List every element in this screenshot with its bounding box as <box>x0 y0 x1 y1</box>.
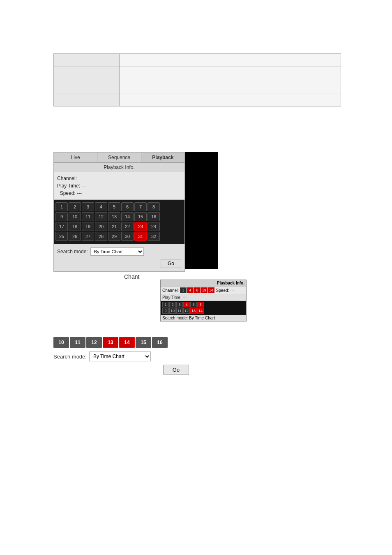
bottom-go-button[interactable]: Go <box>163 365 189 375</box>
channel-btn-5[interactable]: 5 <box>108 202 120 211</box>
channel-btn-1[interactable]: 1 <box>55 202 68 211</box>
small-g-14[interactable]: 14 <box>197 308 204 314</box>
small-playback-panel: Playback Info. Channel: 1 4 6 19 14 Spee… <box>160 280 247 321</box>
chant-label: Chant <box>124 273 139 280</box>
channel-btn-32[interactable]: 32 <box>148 232 160 241</box>
top-table-container <box>53 53 341 106</box>
channel-btn-22[interactable]: 22 <box>121 222 134 231</box>
go-button[interactable]: Go <box>161 259 181 268</box>
channel-row-4: 25 26 27 28 29 30 31 32 <box>55 232 183 241</box>
channel-btn-21[interactable]: 21 <box>108 222 120 231</box>
table-cell-value <box>120 54 341 67</box>
small-grid-row-2: 9 10 11 12 13 14 <box>162 308 244 314</box>
bottom-go-row: Go <box>53 363 189 377</box>
go-row: Go <box>54 257 184 271</box>
small-g-4[interactable]: 4 <box>183 302 190 308</box>
table-cell-value <box>120 93 341 106</box>
small-panel-header: Playback Info. <box>161 280 246 287</box>
bottom-ch-12[interactable]: 12 <box>86 337 102 348</box>
small-g-11[interactable]: 11 <box>176 308 183 314</box>
small-panel-channel-row: Channel: 1 4 6 19 14 Speed: --- <box>161 287 246 294</box>
channel-btn-20[interactable]: 20 <box>95 222 107 231</box>
channel-btn-29[interactable]: 29 <box>108 232 120 241</box>
small-g-1[interactable]: 1 <box>162 302 169 308</box>
channel-row-1: 1 2 3 4 5 6 7 8 <box>55 202 183 211</box>
small-g-6[interactable]: 6 <box>197 302 204 308</box>
bottom-ch-11[interactable]: 11 <box>70 337 85 348</box>
small-g-13[interactable]: 13 <box>190 308 197 314</box>
bottom-ch-16[interactable]: 16 <box>152 337 168 348</box>
table-cell-label <box>54 93 120 106</box>
channel-btn-17[interactable]: 17 <box>55 222 68 231</box>
channel-row-2: 9 10 11 12 13 14 15 16 <box>55 212 183 221</box>
small-g-2[interactable]: 2 <box>169 302 176 308</box>
channel-btn-6[interactable]: 6 <box>121 202 134 211</box>
small-panel-grid: 1 2 3 4 5 6 9 10 11 12 13 14 <box>161 301 246 315</box>
channel-btn-18[interactable]: 18 <box>69 222 81 231</box>
channel-btn-25[interactable]: 25 <box>55 232 68 241</box>
small-g-9[interactable]: 9 <box>162 308 169 314</box>
channel-btn-23[interactable]: 23 <box>134 222 147 231</box>
channel-grid: 1 2 3 4 5 6 7 8 9 10 11 12 13 14 15 16 1… <box>54 200 184 244</box>
channel-btn-7[interactable]: 7 <box>134 202 147 211</box>
small-ch-19[interactable]: 19 <box>201 287 208 293</box>
small-g-10[interactable]: 10 <box>169 308 176 314</box>
small-ch-1[interactable]: 1 <box>180 287 187 293</box>
table-cell-label <box>54 80 120 93</box>
channel-btn-12[interactable]: 12 <box>95 212 107 221</box>
channel-btn-30[interactable]: 30 <box>121 232 134 241</box>
bottom-ch-15[interactable]: 15 <box>136 337 151 348</box>
table-row <box>54 80 341 93</box>
bottom-search-row: Search mode: By Time Chart By Event By F… <box>53 349 189 363</box>
channel-btn-10[interactable]: 10 <box>69 212 81 221</box>
tab-playback[interactable]: Playback <box>141 153 184 162</box>
small-panel-search-row: Search mode: By Time Chart <box>161 315 246 321</box>
channel-btn-13[interactable]: 13 <box>108 212 120 221</box>
channel-btn-9[interactable]: 9 <box>55 212 68 221</box>
table-row <box>54 67 341 80</box>
table-cell-value <box>120 80 341 93</box>
channel-btn-26[interactable]: 26 <box>69 232 81 241</box>
small-speed-label: Speed: --- <box>215 288 234 293</box>
bottom-section: 10 11 12 13 14 15 16 Search mode: By Tim… <box>53 337 189 377</box>
channel-btn-2[interactable]: 2 <box>69 202 81 211</box>
channel-btn-19[interactable]: 19 <box>82 222 94 231</box>
channel-btn-8[interactable]: 8 <box>148 202 160 211</box>
small-search-value: By Time Chart <box>189 316 215 320</box>
channel-btn-27[interactable]: 27 <box>82 232 94 241</box>
channel-btn-24[interactable]: 24 <box>148 222 160 231</box>
small-g-3[interactable]: 3 <box>176 302 183 308</box>
small-panel-playtime: Play Time: --- <box>161 294 246 301</box>
channel-btn-14[interactable]: 14 <box>121 212 134 221</box>
playtime-info: Play Time: --- <box>57 182 181 190</box>
speed-info: Speed: --- <box>57 190 181 197</box>
table-cell-label <box>54 54 120 67</box>
playback-panel: Live Sequence Playback Playback Info. Ch… <box>53 152 185 272</box>
bottom-ch-14[interactable]: 14 <box>119 337 135 348</box>
channel-btn-16[interactable]: 16 <box>148 212 160 221</box>
bottom-ch-10[interactable]: 10 <box>53 337 69 348</box>
bottom-search-label: Search mode: <box>53 354 87 360</box>
small-g-5[interactable]: 5 <box>190 302 197 308</box>
channel-btn-4[interactable]: 4 <box>95 202 107 211</box>
small-channel-label: Channel: <box>162 288 180 293</box>
small-ch-14[interactable]: 14 <box>208 287 214 293</box>
channel-btn-28[interactable]: 28 <box>95 232 107 241</box>
channel-btn-15[interactable]: 15 <box>134 212 147 221</box>
tab-sequence[interactable]: Sequence <box>97 153 141 162</box>
small-g-12[interactable]: 12 <box>183 308 190 314</box>
channel-btn-3[interactable]: 3 <box>82 202 94 211</box>
table-row <box>54 54 341 67</box>
search-mode-select[interactable]: By Time Chart By Event By File <box>90 247 144 256</box>
table-cell-value <box>120 67 341 80</box>
channel-row-3: 17 18 19 20 21 22 23 24 <box>55 222 183 231</box>
tab-live[interactable]: Live <box>54 153 97 162</box>
channel-btn-11[interactable]: 11 <box>82 212 94 221</box>
small-ch-6[interactable]: 6 <box>194 287 201 293</box>
channel-btn-31[interactable]: 31 <box>134 232 147 241</box>
small-search-label: Search mode: <box>162 316 188 320</box>
bottom-search-select[interactable]: By Time Chart By Event By File <box>89 352 151 361</box>
small-ch-4[interactable]: 4 <box>187 287 194 293</box>
search-mode-row: Search mode: By Time Chart By Event By F… <box>54 244 184 257</box>
bottom-ch-13[interactable]: 13 <box>103 337 118 348</box>
